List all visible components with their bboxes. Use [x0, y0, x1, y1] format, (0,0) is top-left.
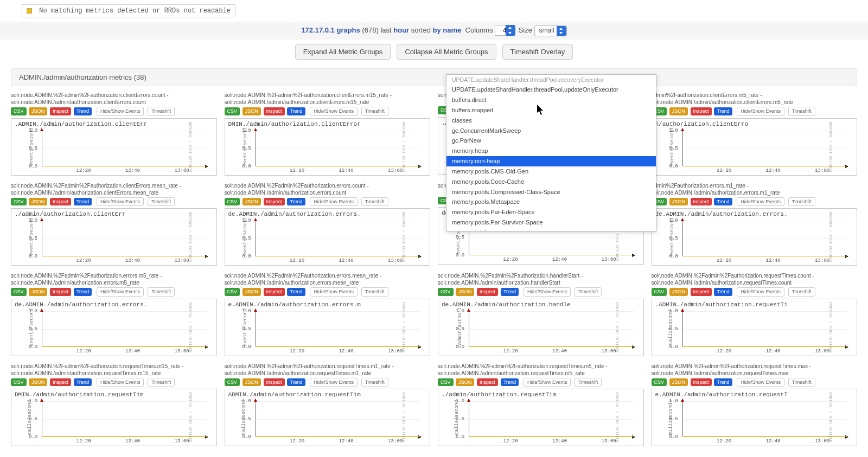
- json-button[interactable]: JSON: [29, 288, 47, 296]
- trend-button[interactable]: Trend: [714, 378, 732, 387]
- collapse-all-button[interactable]: Collapse All Metric Groups: [397, 44, 496, 60]
- inspect-button[interactable]: Inspect: [50, 378, 71, 387]
- trend-button[interactable]: Trend: [501, 288, 519, 296]
- trend-button[interactable]: Trend: [714, 288, 732, 296]
- json-button[interactable]: JSON: [29, 107, 47, 115]
- hideshow-events-button[interactable]: Hide/Show Events: [737, 107, 784, 116]
- timeshift-button[interactable]: Timeshift: [361, 107, 388, 116]
- timeshift-overlay-button[interactable]: Timeshift Overlay: [502, 44, 573, 60]
- json-button[interactable]: JSON: [456, 288, 474, 296]
- dropdown-option[interactable]: UPDATE.updateShardHandler.threadPool.upd…: [446, 85, 656, 95]
- json-button[interactable]: JSON: [29, 378, 47, 387]
- timeshift-button[interactable]: Timeshift: [788, 197, 815, 207]
- json-button[interactable]: JSON: [29, 198, 47, 206]
- csv-button[interactable]: CSV: [11, 198, 27, 206]
- hideshow-events-button[interactable]: Hide/Show Events: [737, 197, 784, 207]
- inspect-button[interactable]: Inspect: [50, 288, 71, 296]
- hideshow-events-button[interactable]: Hide/Show Events: [737, 287, 784, 297]
- size-select[interactable]: small: [534, 25, 567, 36]
- timeshift-button[interactable]: Timeshift: [361, 197, 388, 207]
- inspect-button[interactable]: Inspect: [264, 107, 285, 115]
- timeshift-button[interactable]: Timeshift: [148, 197, 175, 207]
- hideshow-events-button[interactable]: Hide/Show Events: [97, 378, 144, 387]
- json-button[interactable]: JSON: [456, 378, 474, 387]
- dropdown-option[interactable]: gc.ParNew: [446, 136, 656, 146]
- dropdown-option[interactable]: memory.pools.CMS-Old-Gen: [446, 166, 656, 177]
- hideshow-events-button[interactable]: Hide/Show Events: [310, 378, 358, 387]
- hideshow-events-button[interactable]: Hide/Show Events: [524, 287, 571, 297]
- trend-button[interactable]: Trend: [714, 198, 732, 206]
- dropdown-option[interactable]: buffers.direct: [446, 95, 656, 105]
- trend-button[interactable]: Trend: [74, 378, 92, 387]
- dropdown-option[interactable]: memory.total: [446, 228, 656, 231]
- csv-button[interactable]: CSV: [438, 378, 454, 387]
- inspect-button[interactable]: Inspect: [264, 198, 285, 206]
- dropdown-option[interactable]: memory.pools.Par-Eden-Space: [446, 207, 656, 217]
- csv-button[interactable]: CSV: [11, 107, 27, 115]
- trend-button[interactable]: Trend: [74, 288, 92, 296]
- json-button[interactable]: JSON: [242, 378, 261, 387]
- hideshow-events-button[interactable]: Hide/Show Events: [310, 287, 358, 297]
- hideshow-events-button[interactable]: Hide/Show Events: [737, 378, 784, 387]
- json-button[interactable]: JSON: [669, 288, 688, 296]
- timeshift-button[interactable]: Timeshift: [148, 287, 175, 297]
- dropdown-option[interactable]: memory.pools.Compressed-Class-Space: [446, 187, 656, 197]
- hideshow-events-button[interactable]: Hide/Show Events: [97, 287, 144, 297]
- inspect-button[interactable]: Inspect: [477, 378, 498, 387]
- hideshow-events-button[interactable]: Hide/Show Events: [310, 197, 358, 207]
- json-button[interactable]: JSON: [669, 107, 688, 115]
- dropdown-option[interactable]: memory.pools.Metaspace: [446, 197, 656, 207]
- csv-button[interactable]: CSV: [225, 198, 240, 206]
- trend-button[interactable]: Trend: [501, 378, 519, 387]
- trend-button[interactable]: Trend: [287, 378, 305, 387]
- inspect-button[interactable]: Inspect: [264, 378, 285, 387]
- timeshift-button[interactable]: Timeshift: [575, 378, 602, 387]
- sort-byname[interactable]: by name: [433, 26, 462, 34]
- dropdown-option[interactable]: UPDATE.updateShardHandler.threadPool.rec…: [446, 75, 656, 85]
- hideshow-events-button[interactable]: Hide/Show Events: [310, 107, 358, 116]
- metric-group-dropdown[interactable]: UPDATE.updateShardHandler.threadPool.rec…: [446, 74, 656, 231]
- dropdown-option[interactable]: memory.heap: [446, 146, 656, 156]
- timeshift-button[interactable]: Timeshift: [148, 378, 175, 387]
- dropdown-option[interactable]: classes: [446, 115, 656, 126]
- dropdown-option[interactable]: memory.non-heap: [446, 156, 656, 166]
- trend-button[interactable]: Trend: [714, 107, 732, 115]
- json-button[interactable]: JSON: [669, 198, 688, 206]
- inspect-button[interactable]: Inspect: [50, 107, 71, 115]
- csv-button[interactable]: CSV: [225, 378, 240, 387]
- inspect-button[interactable]: Inspect: [691, 288, 712, 296]
- csv-button[interactable]: CSV: [438, 288, 454, 296]
- hideshow-events-button[interactable]: Hide/Show Events: [97, 107, 144, 116]
- timeshift-button[interactable]: Timeshift: [788, 287, 815, 297]
- timeshift-button[interactable]: Timeshift: [361, 378, 388, 387]
- trend-button[interactable]: Trend: [74, 107, 92, 115]
- trend-button[interactable]: Trend: [287, 288, 305, 296]
- inspect-button[interactable]: Inspect: [691, 107, 712, 115]
- timeshift-button[interactable]: Timeshift: [361, 287, 388, 297]
- columns-stepper-icon[interactable]: [506, 25, 515, 36]
- inspect-button[interactable]: Inspect: [691, 378, 712, 387]
- timeshift-button[interactable]: Timeshift: [575, 287, 602, 297]
- timeshift-button[interactable]: Timeshift: [788, 107, 815, 116]
- csv-button[interactable]: CSV: [652, 378, 667, 387]
- trend-button[interactable]: Trend: [287, 198, 305, 206]
- metric-group-header[interactable]: ADMIN./admin/authorization metrics (38): [11, 68, 857, 86]
- hideshow-events-button[interactable]: Hide/Show Events: [97, 197, 144, 207]
- dropdown-option[interactable]: memory.pools.Code-Cache: [446, 177, 656, 187]
- inspect-button[interactable]: Inspect: [691, 198, 712, 206]
- inspect-button[interactable]: Inspect: [50, 198, 71, 206]
- csv-button[interactable]: CSV: [652, 288, 667, 296]
- inspect-button[interactable]: Inspect: [477, 288, 498, 296]
- csv-button[interactable]: CSV: [225, 288, 240, 296]
- hideshow-events-button[interactable]: Hide/Show Events: [524, 378, 571, 387]
- trend-button[interactable]: Trend: [287, 107, 305, 115]
- inspect-button[interactable]: Inspect: [264, 288, 285, 296]
- csv-button[interactable]: CSV: [11, 288, 27, 296]
- csv-button[interactable]: CSV: [11, 378, 27, 387]
- trend-button[interactable]: Trend: [74, 198, 92, 206]
- timeshift-button[interactable]: Timeshift: [788, 378, 815, 387]
- timeshift-button[interactable]: Timeshift: [148, 107, 175, 116]
- dropdown-option[interactable]: gc.ConcurrentMarkSweep: [446, 126, 656, 136]
- dropdown-option[interactable]: memory.pools.Par-Survivor-Space: [446, 217, 656, 228]
- json-button[interactable]: JSON: [669, 378, 688, 387]
